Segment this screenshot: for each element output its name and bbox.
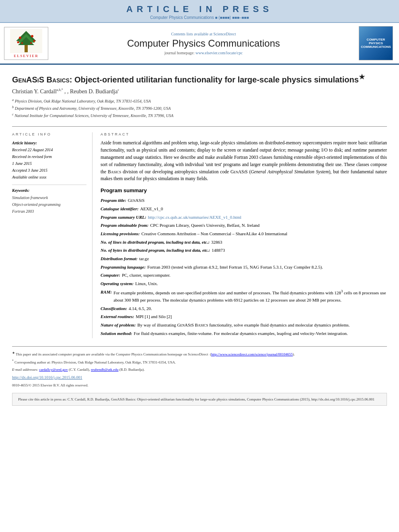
prog-row-bytes: No. of bytes in distributed program, inc… xyxy=(101,246,387,254)
left-column: Article Info Article history: Received 2… xyxy=(12,132,93,338)
doi-link[interactable]: http://dx.doi.org/10.1016/j.cpc.2015.06.… xyxy=(12,374,387,381)
sciencedirect-anchor[interactable]: ScienceDirect xyxy=(213,32,236,36)
prog-row-ram: RAM: For example problems, depends on us… xyxy=(101,288,387,304)
prog-label-solution: Solution method: xyxy=(101,330,132,337)
abstract-text: Aside from numerical algorithms and prob… xyxy=(101,140,387,183)
author2-sup: c xyxy=(117,88,119,92)
article-title-section: GENASIS BASICS: Object-oriented utilitar… xyxy=(12,73,387,119)
prog-row-url: Program summary URL: http://cpc.cs.qub.a… xyxy=(101,214,387,221)
svg-point-8 xyxy=(33,40,35,42)
author-separator: , xyxy=(64,88,67,94)
elsevier-tree-icon xyxy=(10,29,42,53)
footnote-star: ★ This paper and its associated computer… xyxy=(12,351,387,357)
prog-value-lines: 32863 xyxy=(211,238,222,246)
prog-label-url: Program summary URL: xyxy=(101,214,146,221)
prog-label-class: Classification: xyxy=(101,305,127,312)
svg-point-9 xyxy=(21,42,23,44)
prog-row-nature: Nature of problem: By way of illustratin… xyxy=(101,321,387,329)
footnotes-section: ★ This paper and its associated computer… xyxy=(12,346,387,388)
prog-row-obtainable: Program obtainable from: CPC Program Lib… xyxy=(101,222,387,229)
banner-subtitle: Computer Physics Communications ■ (■■■■)… xyxy=(0,15,399,20)
prog-row-title: Program title: GenASiS xyxy=(101,197,387,204)
prog-value-solution: For fluid dynamics examples, finite-volu… xyxy=(134,330,348,337)
prog-label-ram: RAM: xyxy=(101,288,112,304)
prog-row-external: External routines: MPI [1] and Silo [2] xyxy=(101,313,387,320)
prog-value-obtainable: CPC Program Library, Queen's University,… xyxy=(150,222,259,229)
journal-homepage: journal homepage: www.elsevier.com/locat… xyxy=(52,51,355,55)
prog-row-solution: Solution method: For fluid dynamics exam… xyxy=(101,330,387,337)
prog-link-url[interactable]: http://cpc.cs.qub.ac.uk/summaries/AEXE_v… xyxy=(148,214,242,221)
citation-text: Please cite this article in press as: C.… xyxy=(18,397,374,401)
prog-value-computer: PC, cluster, supercomputer. xyxy=(122,271,171,279)
prog-value-dist: tar.gz xyxy=(139,255,149,263)
prog-row-os: Operating system: Linux, Unix. xyxy=(101,280,387,288)
history-revised-date: 1 June 2015 xyxy=(12,161,32,166)
prog-row-class: Classification: 4.14, 6.5, 20. xyxy=(101,305,387,312)
title-star: ★ xyxy=(359,73,365,81)
history-revised-label: Received in revised form xyxy=(12,154,52,159)
footnote-email: E-mail addresses: cardallcy@ornl.gov (C.… xyxy=(12,367,387,372)
prog-value-lang: Fortran 2003 (tested with gfortran 4.9.2… xyxy=(147,263,323,271)
email-reuben[interactable]: reubendb@utk.edu xyxy=(91,368,119,372)
affiliations: a Physics Division, Oak Ridge National L… xyxy=(12,97,387,119)
keywords-section: Keywords: Simulation framework Object-or… xyxy=(12,185,86,215)
author1-sup: a,b, xyxy=(57,88,62,92)
prog-label-lines: No. of lines in distributed program, inc… xyxy=(101,238,210,246)
article-in-press-banner: ARTICLE IN PRESS Computer Physics Commun… xyxy=(0,0,399,23)
prog-value-external: MPI [1] and Silo [2] xyxy=(136,313,172,320)
banner-title: ARTICLE IN PRESS xyxy=(0,4,399,14)
prog-row-licensing: Licensing provisions: Creative Commons A… xyxy=(101,230,387,238)
footnote-corresponding: * Corresponding author at: Physics Divis… xyxy=(12,359,387,365)
article-title: GENASIS BASICS: Object-oriented utilitar… xyxy=(12,73,387,85)
prog-value-licensing: Creative Commons Attribution – Non Comme… xyxy=(141,230,287,238)
prog-label-computer: Computer: xyxy=(101,271,120,279)
cpc-logo-box: COMPUTER PHYSICS COMMUNICATIONS xyxy=(359,26,393,60)
prog-label-obtainable: Program obtainable from: xyxy=(101,222,148,229)
two-column-layout: Article Info Article history: Received 2… xyxy=(12,126,387,338)
main-content: GENASIS BASICS: Object-oriented utilitar… xyxy=(0,65,399,410)
prog-value-title: GenASiS xyxy=(128,197,144,204)
authors: Christian Y. Cardalla,b,* , , Reuben D. … xyxy=(12,88,387,95)
history-received: Received 22 August 2014 xyxy=(12,148,53,152)
elsevier-logo: ELSEVIER xyxy=(4,27,48,60)
program-info-table: Program title: GenASiS Catalogue identif… xyxy=(101,197,387,337)
article-history: Article history: Received 22 August 2014… xyxy=(12,140,86,181)
prog-value-bytes: 148873 xyxy=(212,246,225,254)
keyword-1: Simulation framework xyxy=(12,194,86,201)
prog-row-dist: Distribution format: tar.gz xyxy=(101,255,387,263)
cpc-logo: COMPUTER PHYSICS COMMUNICATIONS xyxy=(359,26,395,60)
prog-label-external: External routines: xyxy=(101,313,134,320)
title-main: : Object-oriented utilitarian functional… xyxy=(70,75,359,84)
prog-row-lines: No. of lines in distributed program, inc… xyxy=(101,238,387,246)
prog-label-os: Operating system: xyxy=(101,280,134,288)
prog-label-nature: Nature of problem: xyxy=(101,321,136,329)
citation-box: Please cite this article in press as: C.… xyxy=(12,393,387,406)
journal-url[interactable]: www.elsevier.com/locate/cpc xyxy=(195,51,243,55)
prog-row-catalogue: Catalogue identifier: AEXE_v1_0 xyxy=(101,205,387,213)
footnote-link[interactable]: http://www.sciencedirect.com/science/jou… xyxy=(211,352,293,356)
prog-label-bytes: No. of bytes in distributed program, inc… xyxy=(101,246,210,254)
history-label: Article history: xyxy=(12,141,37,145)
journal-name: Computer Physics Communications xyxy=(52,38,355,49)
program-summary-heading: Program summary xyxy=(101,187,387,193)
svg-point-5 xyxy=(19,37,21,39)
affiliation-a: a Physics Division, Oak Ridge National L… xyxy=(12,99,151,103)
prog-value-ram: For example problems, depends on user-sp… xyxy=(113,288,387,304)
prog-value-nature: By way of illustrating GenASiS BASICS fu… xyxy=(137,321,350,329)
history-accepted: Accepted 3 June 2015 xyxy=(12,168,47,173)
prog-label-lang: Programming language: xyxy=(101,263,146,271)
keyword-3: Fortran 2003 xyxy=(12,208,86,215)
affiliation-b: b Department of Physics and Astronomy, U… xyxy=(12,106,171,111)
abstract-heading: Abstract xyxy=(101,132,387,136)
sciencedirect-link: Contents lists available at ScienceDirec… xyxy=(52,32,355,36)
journal-center: Contents lists available at ScienceDirec… xyxy=(52,32,355,55)
svg-point-6 xyxy=(31,35,33,37)
email-cardall[interactable]: cardallcy@ornl.gov xyxy=(39,368,68,372)
journal-header: ELSEVIER Contents lists available at Sci… xyxy=(0,23,399,65)
copyright-text: 0010-4655/© 2015 Elsevier B.V. All right… xyxy=(12,382,387,388)
history-online: Available online xxxx xyxy=(12,175,47,179)
keywords-label: Keywords: xyxy=(12,188,86,193)
prog-label-title: Program title: xyxy=(101,197,126,204)
prog-label-catalogue: Catalogue identifier: xyxy=(101,205,138,213)
elsevier-label: ELSEVIER xyxy=(14,54,39,58)
